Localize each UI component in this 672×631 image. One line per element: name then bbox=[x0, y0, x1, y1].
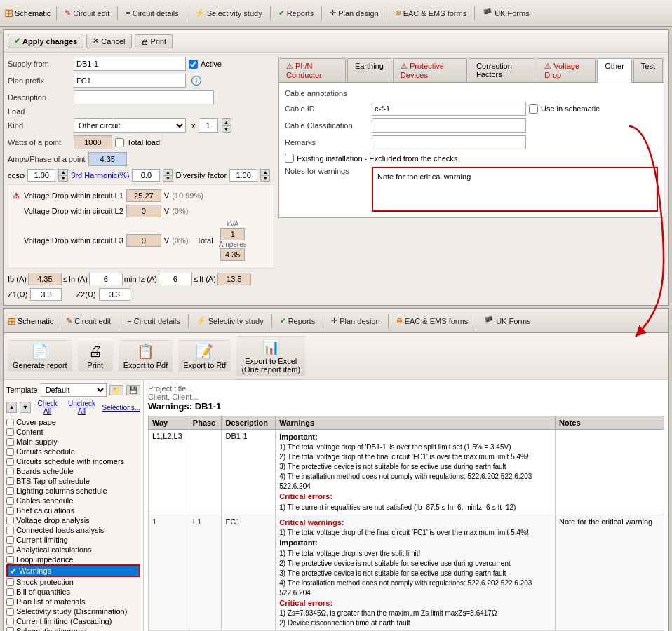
tab-other[interactable]: Other bbox=[597, 58, 632, 83]
voltage-l1-row: ⚠ Voltage Drop within circuit L1 V (10.9… bbox=[13, 189, 269, 202]
tree-loop[interactable]: Loop impedance bbox=[6, 555, 140, 564]
tree-circuits-incomers[interactable]: Circuits schedule with incomers bbox=[6, 456, 140, 466]
tab-ph-n[interactable]: ⚠ Ph/N Conductor bbox=[278, 58, 346, 82]
tree-cover[interactable]: Cover page bbox=[6, 417, 140, 427]
plan-prefix-input[interactable] bbox=[74, 74, 186, 88]
tree-plan-materials[interactable]: Plan list of materials bbox=[6, 597, 140, 606]
tree-circuits[interactable]: Circuits schedule bbox=[6, 447, 140, 456]
tree-shock[interactable]: Shock protection bbox=[6, 577, 140, 587]
nav-up-btn[interactable]: ▲ bbox=[6, 402, 17, 413]
cosq-down[interactable]: ▼ bbox=[58, 175, 68, 182]
tab-correction[interactable]: Correction Factors bbox=[469, 58, 535, 82]
reports-btn-2[interactable]: ✔ Reports bbox=[275, 313, 321, 328]
apply-changes-button[interactable]: ✔ Apply changes bbox=[8, 34, 83, 48]
harmonic-link[interactable]: 3rd Harmonic(%) bbox=[71, 171, 129, 179]
notes-textarea[interactable]: Note for the critical warning bbox=[376, 171, 654, 206]
diversity-input[interactable] bbox=[229, 169, 257, 182]
reports-btn[interactable]: ✔ Reports bbox=[274, 6, 319, 20]
tree-connected[interactable]: Connected loads analysis bbox=[6, 525, 140, 535]
uk-forms-btn-2[interactable]: 🏴 UK Forms bbox=[479, 313, 536, 328]
harmonic-input[interactable] bbox=[132, 169, 160, 182]
tree-cascading[interactable]: Current limiting (Cascading) bbox=[6, 616, 140, 626]
z2-input[interactable] bbox=[99, 288, 130, 301]
watts-input[interactable] bbox=[74, 135, 112, 149]
template-select[interactable]: Default bbox=[41, 383, 107, 397]
tree-content[interactable]: Content bbox=[6, 427, 140, 437]
tree-current[interactable]: Current limiting bbox=[6, 535, 140, 545]
tab-test[interactable]: Test bbox=[633, 58, 663, 82]
export-pdf-btn[interactable]: 📋 Export to Pdf bbox=[119, 340, 173, 372]
use-in-schematic-checkbox[interactable] bbox=[529, 104, 538, 114]
tab-protective[interactable]: ⚠ Protective Devices bbox=[393, 58, 467, 82]
cancel-button[interactable]: ✕ Cancel bbox=[86, 34, 131, 48]
circuit-details-btn[interactable]: ≡ Circuit details bbox=[121, 6, 183, 20]
uk-forms-btn[interactable]: 🏴 UK Forms bbox=[478, 6, 535, 20]
it-input[interactable] bbox=[217, 273, 251, 285]
voltage-l2-input[interactable] bbox=[126, 205, 161, 217]
tree-selectivity[interactable]: Selectivity study (Discrimination) bbox=[6, 606, 140, 616]
uncheck-all-btn[interactable]: Uncheck All bbox=[65, 400, 100, 415]
circuit-edit-form: ✔ Apply changes ✕ Cancel 🖨 Print Supply … bbox=[3, 29, 669, 306]
cable-classification-input[interactable] bbox=[372, 118, 526, 133]
template-folder-btn[interactable]: 📁 bbox=[109, 385, 123, 395]
active-checkbox[interactable] bbox=[189, 60, 198, 69]
cosq-up[interactable]: ▲ bbox=[58, 169, 68, 175]
harmonic-up[interactable]: ▲ bbox=[163, 169, 173, 175]
supply-from-input[interactable] bbox=[74, 57, 186, 71]
print-report-btn[interactable]: 🖨 Print bbox=[78, 341, 113, 372]
tree-schematic-diag[interactable]: Schematic diagrams bbox=[6, 626, 140, 631]
harmonic-down[interactable]: ▼ bbox=[163, 175, 173, 182]
tab-earthing[interactable]: Earthing bbox=[347, 58, 391, 82]
in-input[interactable] bbox=[89, 273, 123, 285]
existing-installation-checkbox[interactable] bbox=[285, 154, 294, 163]
ib-input[interactable] bbox=[28, 273, 62, 285]
export-excel-btn[interactable]: 📊 Export to Excel(One report item) bbox=[236, 336, 305, 376]
tree-brief[interactable]: Brief calculations bbox=[6, 506, 140, 515]
tab-voltage-drop[interactable]: ⚠ Voltage Drop bbox=[537, 58, 596, 82]
amps-input[interactable] bbox=[88, 152, 127, 166]
plan-btn-2[interactable]: ✛ Plan design bbox=[326, 313, 385, 328]
circuit-details-btn-2[interactable]: ≡ Circuit details bbox=[122, 314, 184, 328]
amperes-input[interactable] bbox=[220, 248, 245, 261]
tree-bts[interactable]: BTS Tap-off schedule bbox=[6, 476, 140, 486]
export-rtf-btn[interactable]: 📝 Export to Rtf bbox=[178, 340, 231, 372]
print-button[interactable]: 🖨 Print bbox=[135, 34, 173, 48]
tree-analytical[interactable]: Analytical calculations bbox=[6, 545, 140, 555]
selectivity-btn[interactable]: ⚡ Selectivity study bbox=[190, 6, 267, 20]
min-iz-input[interactable] bbox=[159, 273, 192, 285]
tree-lighting[interactable]: Lighting columns schedule bbox=[6, 486, 140, 496]
eac-ems-btn[interactable]: ⊗ EAC & EMS forms bbox=[390, 6, 471, 20]
selections-btn[interactable]: Selections... bbox=[102, 404, 140, 412]
cable-id-input[interactable] bbox=[372, 102, 526, 116]
diversity-down[interactable]: ▼ bbox=[260, 175, 270, 182]
tree-vd[interactable]: Voltage drop analysis bbox=[6, 515, 140, 525]
selectivity-btn-2[interactable]: ⚡ Selectivity study bbox=[191, 313, 269, 328]
voltage-l1-input[interactable] bbox=[126, 189, 161, 202]
z1-input[interactable] bbox=[30, 288, 62, 301]
tree-bill[interactable]: Bill of quantities bbox=[6, 587, 140, 597]
kva-input[interactable] bbox=[220, 228, 245, 240]
tree-main-supply[interactable]: Main supply bbox=[6, 437, 140, 447]
remarks-input[interactable] bbox=[372, 135, 526, 149]
kind-multiplier[interactable] bbox=[199, 118, 218, 133]
separator-5 bbox=[321, 6, 322, 20]
multiplier-up[interactable]: ▲ bbox=[222, 118, 231, 125]
circuit-edit-btn[interactable]: ✎ Circuit edit bbox=[60, 6, 114, 20]
eac-btn-2[interactable]: ⊗ EAC & EMS forms bbox=[391, 313, 473, 328]
nav-down-btn[interactable]: ▼ bbox=[20, 402, 30, 413]
description-input[interactable] bbox=[74, 90, 214, 104]
plan-design-btn[interactable]: ✛ Plan design bbox=[325, 6, 384, 20]
check-all-btn[interactable]: Check All bbox=[34, 400, 62, 415]
circuit-edit-btn-2[interactable]: ✎ Circuit edit bbox=[61, 313, 116, 328]
template-save-btn[interactable]: 💾 bbox=[126, 385, 140, 395]
kind-select[interactable]: Other circuit bbox=[74, 118, 186, 133]
tree-warnings[interactable]: Warnings bbox=[6, 564, 140, 577]
tree-cables[interactable]: Cables schedule bbox=[6, 496, 140, 506]
generate-report-btn[interactable]: 📄 Generate report bbox=[8, 340, 72, 372]
cosq-input[interactable] bbox=[27, 169, 55, 182]
tree-boards[interactable]: Boards schedule bbox=[6, 466, 140, 476]
diversity-up[interactable]: ▲ bbox=[260, 169, 270, 175]
multiplier-down[interactable]: ▼ bbox=[222, 125, 231, 133]
total-load-checkbox[interactable] bbox=[115, 138, 124, 147]
voltage-l3-input[interactable] bbox=[126, 234, 161, 247]
